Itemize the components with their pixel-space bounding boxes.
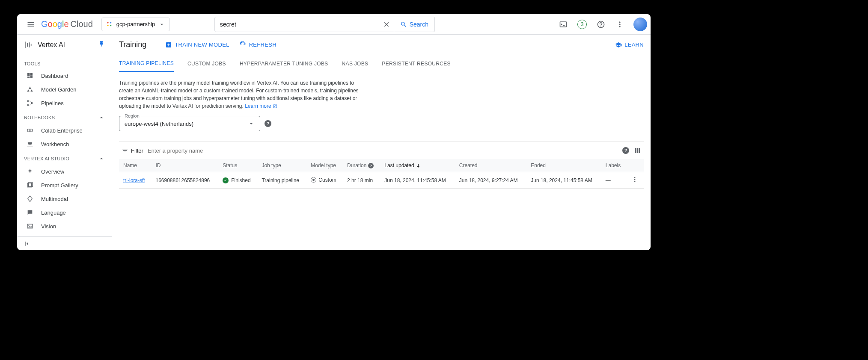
pipeline-name-link[interactable]: trl-lora-sft	[123, 177, 145, 183]
region-select[interactable]: Region europe-west4 (Netherlands)	[119, 116, 260, 131]
sidebar-item-vision[interactable]: Vision	[17, 219, 112, 233]
svg-point-1	[110, 22, 111, 23]
learn-more-link[interactable]: Learn more	[245, 103, 277, 109]
section-notebooks[interactable]: NOTEBOOKS	[17, 110, 112, 124]
dashboard-icon	[27, 72, 33, 79]
sidebar-item-colab[interactable]: Colab Enterprise	[17, 124, 112, 137]
learn-button[interactable]: LEARN	[615, 41, 644, 48]
filter-help[interactable]: ?	[622, 147, 629, 154]
svg-point-12	[28, 225, 29, 226]
tab-training-pipelines[interactable]: TRAINING PIPELINES	[119, 55, 174, 72]
region-value: europe-west4 (Netherlands)	[125, 121, 248, 127]
dropdown-icon	[158, 21, 165, 28]
google-cloud-logo[interactable]: Google Cloud	[41, 19, 93, 29]
section-studio[interactable]: VERTEX AI STUDIO	[17, 151, 112, 165]
tab-persistent[interactable]: PERSISTENT RESOURCES	[382, 55, 450, 72]
clear-search-icon[interactable]	[383, 21, 390, 28]
help-button[interactable]	[592, 16, 609, 33]
sort-down-icon	[416, 163, 421, 168]
job-type: Training pipeline	[257, 172, 306, 189]
model-type: Custom	[311, 177, 336, 183]
sidebar-item-model-garden[interactable]: Model Garden	[17, 83, 112, 96]
project-name: gcp-partnership	[116, 21, 155, 27]
sidebar-item-pipelines[interactable]: Pipelines	[17, 96, 112, 110]
col-lastupdated[interactable]: Last updated	[380, 159, 455, 172]
pipelines-icon	[27, 100, 33, 106]
tab-custom-jobs[interactable]: CUSTOM JOBS	[187, 55, 226, 72]
last-updated: Jun 18, 2024, 11:45:58 AM	[380, 172, 455, 189]
col-duration[interactable]: Duration ?	[343, 159, 380, 172]
labels: —	[601, 172, 627, 189]
pin-icon	[98, 41, 105, 47]
sidebar-item-speech[interactable]: Speech	[17, 233, 112, 236]
search-icon	[400, 21, 407, 28]
col-name[interactable]: Name	[119, 159, 151, 172]
workbench-icon	[27, 141, 33, 148]
row-more-icon[interactable]	[631, 176, 639, 183]
page-description: Training pipelines are the primary model…	[119, 79, 359, 110]
pin-button[interactable]	[98, 41, 105, 49]
collapse-icon	[24, 240, 31, 247]
filter-label: Filter	[122, 147, 143, 154]
free-trial-badge[interactable]: 3	[574, 16, 591, 33]
svg-point-3	[110, 25, 111, 26]
search-bar	[214, 17, 394, 32]
external-link-icon	[273, 104, 277, 109]
sidebar-item-multimodal[interactable]: Multimodal	[17, 192, 112, 206]
project-icon	[106, 21, 113, 28]
custom-icon	[311, 177, 316, 183]
product-name: Vertex AI	[38, 41, 93, 49]
garden-icon	[27, 86, 33, 93]
status-badge: ✓Finished	[223, 177, 250, 183]
collapse-sidebar[interactable]	[17, 236, 112, 250]
learn-icon	[615, 41, 622, 48]
top-bar: Google Cloud gcp-partnership Search 3	[17, 14, 651, 35]
search-button[interactable]: Search	[394, 17, 435, 32]
sidebar-item-language[interactable]: Language	[17, 206, 112, 219]
columns-icon[interactable]	[633, 147, 641, 154]
filter-icon	[122, 147, 128, 154]
refresh-button[interactable]: REFRESH	[240, 41, 276, 48]
sidebar-item-overview[interactable]: Overview	[17, 165, 112, 178]
col-jobtype[interactable]: Job type	[257, 159, 306, 172]
filter-input[interactable]	[148, 148, 618, 154]
region-label: Region	[123, 113, 141, 118]
tab-nas-jobs[interactable]: NAS JOBS	[342, 55, 369, 72]
hamburger-menu[interactable]	[21, 14, 41, 35]
trial-count: 3	[577, 20, 587, 29]
sidebar-item-dashboard[interactable]: Dashboard	[17, 69, 112, 83]
help-icon	[597, 20, 605, 29]
svg-point-2	[107, 25, 108, 26]
sidebar-item-workbench[interactable]: Workbench	[17, 137, 112, 151]
refresh-icon	[240, 41, 247, 48]
ended: Jun 18, 2024, 11:45:58 AM	[526, 172, 601, 189]
tab-hyperparameter[interactable]: HYPERPARAMETER TUNING JOBS	[240, 55, 328, 72]
page-title: Training	[119, 40, 146, 49]
search-input[interactable]	[220, 21, 383, 28]
col-labels[interactable]: Labels	[601, 159, 627, 172]
pipelines-table: Name ID Status Job type Model type Durat…	[119, 159, 644, 189]
train-new-model-button[interactable]: TRAIN NEW MODEL	[165, 41, 229, 48]
col-modeltype[interactable]: Model type	[306, 159, 343, 172]
chevron-up-icon	[98, 155, 105, 162]
sidebar: Vertex AI TOOLS Dashboard Model Garden P…	[17, 35, 112, 250]
region-help[interactable]: ?	[265, 120, 271, 127]
col-id[interactable]: ID	[151, 159, 218, 172]
cloud-shell-button[interactable]	[555, 16, 572, 33]
sparkle-icon	[27, 168, 33, 175]
user-avatar[interactable]	[633, 18, 647, 31]
gallery-icon	[27, 182, 33, 189]
table-row[interactable]: trl-lora-sft 1669088612655824896 ✓Finish…	[119, 172, 644, 189]
main-content: Training TRAIN NEW MODEL REFRESH LEARN T…	[112, 35, 651, 250]
project-picker[interactable]: gcp-partnership	[101, 18, 170, 31]
section-tools: TOOLS	[17, 55, 112, 69]
col-status[interactable]: Status	[218, 159, 257, 172]
svg-point-0	[107, 22, 108, 23]
more-vert-icon	[615, 20, 624, 29]
vertex-ai-icon	[24, 41, 33, 49]
col-created[interactable]: Created	[455, 159, 526, 172]
sidebar-item-prompt-gallery[interactable]: Prompt Gallery	[17, 178, 112, 192]
more-options-button[interactable]	[611, 16, 628, 33]
col-ended[interactable]: Ended	[526, 159, 601, 172]
colab-icon	[27, 127, 33, 134]
